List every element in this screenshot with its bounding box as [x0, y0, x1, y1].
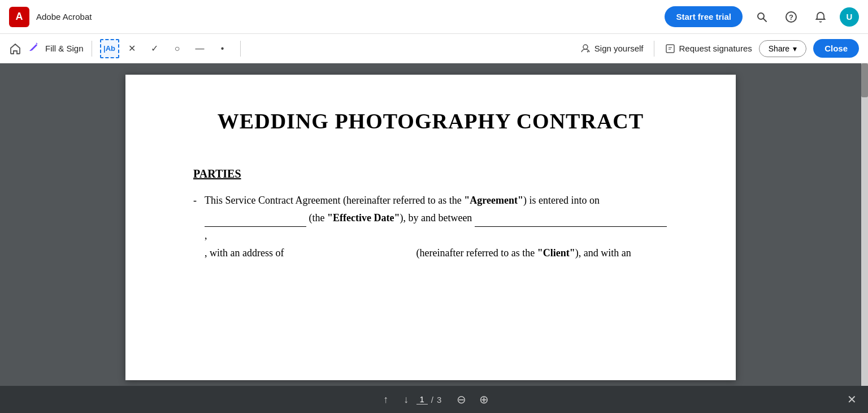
bottom-close-button[interactable]: ✕: [847, 393, 857, 406]
zoom-out-button[interactable]: ⊖: [453, 391, 470, 408]
toolbar-tools: |Ab ✕ ✓ ○ — •: [100, 39, 232, 58]
text-tool-label: |Ab: [103, 44, 115, 53]
page-separator: /: [431, 395, 433, 405]
bottom-bar: ↑ ↓ 1 / 3 ⊖ ⊕ ✕: [0, 386, 868, 413]
zoom-in-icon: ⊕: [479, 393, 489, 406]
logo-letter: A: [16, 11, 23, 23]
sign-yourself-label: Sign yourself: [594, 44, 644, 53]
app-name: Adobe Acrobat: [36, 12, 92, 21]
current-page: 1: [416, 394, 428, 405]
body-text-5: , with an address of: [205, 247, 284, 259]
toolbar-right: Sign yourself Request signatures Share ▾…: [580, 39, 859, 58]
circle-icon: ○: [175, 44, 180, 54]
zoom-controls: ⊖ ⊕: [453, 391, 492, 408]
total-pages: 3: [437, 395, 441, 405]
close-button[interactable]: Close: [813, 39, 859, 58]
page-up-button[interactable]: ↑: [376, 389, 396, 410]
cross-tool-button[interactable]: ✕: [123, 39, 142, 58]
svg-rect-5: [666, 45, 674, 53]
pdf-dash: -: [193, 192, 197, 261]
search-button[interactable]: [752, 7, 772, 27]
circle-tool-button[interactable]: ○: [168, 39, 187, 58]
pdf-blank-effective-date: [205, 209, 306, 227]
top-bar: A Adobe Acrobat Start free trial ? U: [0, 0, 868, 34]
search-icon: [756, 11, 767, 23]
toolbar-left: Fill & Sign: [9, 41, 84, 56]
request-sig-icon: [665, 43, 676, 54]
page-info: 1 / 3: [416, 394, 442, 405]
pdf-body-text: This Service Contract Agreement (hereina…: [205, 192, 668, 261]
close-icon: ✕: [847, 393, 857, 406]
scrollbar-thumb[interactable]: [861, 63, 868, 97]
cross-icon: ✕: [128, 43, 136, 54]
zoom-in-button[interactable]: ⊕: [475, 391, 492, 408]
top-bar-actions: Start free trial ? U: [665, 6, 859, 27]
pdf-section-heading: PARTIES: [193, 167, 668, 180]
toolbar: Fill & Sign |Ab ✕ ✓ ○ — •: [0, 34, 868, 63]
svg-text:?: ?: [789, 13, 793, 21]
svg-point-4: [583, 45, 588, 49]
toolbar-divider-3: [654, 41, 654, 57]
pdf-body: - This Service Contract Agreement (herei…: [193, 192, 668, 261]
sign-yourself-icon: [580, 43, 591, 54]
check-tool-button[interactable]: ✓: [145, 39, 164, 58]
chevron-down-icon: ▾: [793, 44, 797, 53]
body-text-3: (the: [309, 212, 327, 223]
dash-icon: —: [196, 44, 205, 54]
body-text-6: (hereinafter referred to as the: [416, 247, 537, 259]
share-label: Share: [769, 44, 789, 53]
pdf-title: WEDDING PHOTOGRAPHY CONTRACT: [193, 109, 668, 134]
avatar[interactable]: U: [840, 7, 859, 27]
bell-icon: [815, 11, 826, 23]
app-logo: A: [9, 7, 29, 27]
body-bold-3: "Client": [537, 247, 575, 259]
body-text-4: ), by and between: [400, 212, 472, 223]
help-icon: ?: [785, 11, 797, 23]
body-bold-1: "Agreement": [464, 195, 523, 206]
request-signatures-label: Request signatures: [679, 44, 752, 53]
right-scrollbar[interactable]: [861, 63, 868, 386]
request-signatures-button[interactable]: Request signatures: [665, 43, 752, 54]
pdf-body-item-1: - This Service Contract Agreement (herei…: [193, 192, 668, 261]
start-trial-button[interactable]: Start free trial: [665, 6, 743, 27]
share-button[interactable]: Share ▾: [759, 40, 806, 57]
body-text-1: This Service Contract Agreement (hereina…: [205, 195, 464, 206]
home-button[interactable]: [9, 42, 21, 55]
dash-tool-button[interactable]: —: [190, 39, 210, 58]
zoom-out-icon: ⊖: [457, 393, 466, 406]
down-arrow-icon: ↓: [403, 394, 409, 406]
dot-icon: •: [221, 44, 224, 54]
help-button[interactable]: ?: [781, 7, 801, 27]
check-icon: ✓: [151, 43, 158, 54]
body-bold-2: "Effective Date": [327, 212, 400, 223]
up-arrow-icon: ↑: [383, 394, 388, 406]
fill-sign-label: Fill & Sign: [45, 44, 84, 53]
page-down-button[interactable]: ↓: [396, 389, 416, 410]
pdf-area: WEDDING PHOTOGRAPHY CONTRACT PARTIES - T…: [0, 63, 861, 386]
main-area: WEDDING PHOTOGRAPHY CONTRACT PARTIES - T…: [0, 63, 868, 386]
sign-yourself-button[interactable]: Sign yourself: [580, 43, 644, 54]
toolbar-divider-2: [240, 41, 241, 57]
text-tool-button[interactable]: |Ab: [100, 39, 119, 58]
dot-tool-button[interactable]: •: [213, 39, 232, 58]
pdf-blank-party: [475, 209, 667, 227]
svg-line-1: [763, 19, 766, 21]
body-text-2: ) is entered into on: [523, 195, 600, 206]
toolbar-divider-1: [92, 41, 92, 57]
pdf-page: WEDDING PHOTOGRAPHY CONTRACT PARTIES - T…: [125, 75, 736, 380]
body-text-7: ), and with an: [575, 247, 631, 259]
fill-sign-pen-icon: [27, 41, 40, 56]
notification-button[interactable]: [810, 7, 831, 27]
home-icon: [9, 42, 21, 55]
